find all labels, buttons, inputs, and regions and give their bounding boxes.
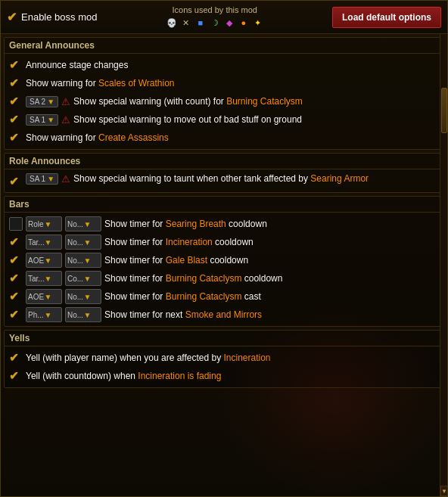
x-icon: ✕ bbox=[180, 17, 192, 29]
burning-cat3-dd1[interactable]: AOE ▼ bbox=[26, 289, 62, 304]
yells-content: ✔ Yell (with player name) when you are a… bbox=[5, 346, 443, 387]
list-item: ✔ Show warning for Scales of Wrathion bbox=[8, 74, 440, 92]
icons-title: Icons used by this mod bbox=[97, 5, 332, 14]
list-item: ✔ Tar... ▼ Co... ▼ Show timer for Burnin… bbox=[8, 269, 440, 287]
sa1-badge-1[interactable]: SA 1 ▼ bbox=[26, 114, 58, 126]
gale-blast-check[interactable]: ✔ bbox=[9, 253, 23, 267]
scrollbar-thumb[interactable] bbox=[441, 88, 447, 133]
dd1-label: Ph... bbox=[28, 311, 44, 319]
dd2-arrow: ▼ bbox=[84, 256, 100, 265]
dd1-label: AOE bbox=[28, 293, 44, 301]
burning-cat3-check[interactable]: ✔ bbox=[9, 290, 23, 303]
burning-cat3-highlight: Burning Cataclysm bbox=[166, 291, 242, 302]
incineration-label: Show timer for Incineration cooldown bbox=[104, 237, 254, 247]
incineration-dd1[interactable]: Tar... ▼ bbox=[26, 235, 62, 250]
incineration-highlight: Incineration bbox=[166, 237, 213, 247]
dd1-label: Tar... bbox=[28, 275, 44, 283]
dd2-arrow: ▼ bbox=[84, 293, 100, 301]
gale-blast-dd1[interactable]: AOE ▼ bbox=[26, 253, 62, 268]
list-item: ✔ Yell (with countdown) when Incineratio… bbox=[8, 367, 440, 385]
sa1-arrow-1: ▼ bbox=[47, 116, 54, 124]
gale-blast-dd2[interactable]: No... ▼ bbox=[65, 253, 101, 268]
scales-label: Show warning for Scales of Wrathion bbox=[26, 78, 175, 89]
sa2-badge[interactable]: SA 2 ▼ bbox=[26, 96, 58, 107]
dd2-label: No... bbox=[67, 256, 83, 265]
role-announces-section: Role Announces ✔ SA 1 ▼ ⚠ Show special w… bbox=[4, 153, 444, 193]
burning-cat2-highlight: Burning Cataclysm bbox=[166, 273, 242, 284]
sa1-label-1: SA 1 bbox=[30, 116, 45, 124]
smoke-mirrors-label: Show timer for next Smoke and Mirrors bbox=[104, 309, 262, 320]
burning-cat2-check[interactable]: ✔ bbox=[9, 272, 23, 285]
incineration-dd2[interactable]: No... ▼ bbox=[65, 235, 101, 250]
burning-cat2-dd1[interactable]: Tar... ▼ bbox=[26, 271, 62, 286]
list-item: ✔ SA 2 ▼ ⚠ Show special warning (with co… bbox=[8, 92, 440, 110]
list-item: ✔ Show warning for Create Assassins bbox=[8, 129, 440, 147]
scales-check[interactable]: ✔ bbox=[9, 76, 23, 90]
dd2-arrow: ▼ bbox=[84, 311, 100, 319]
gale-blast-highlight: Gale Blast bbox=[166, 255, 207, 266]
role-announces-content: ✔ SA 1 ▼ ⚠ Show special warning to taunt… bbox=[5, 169, 443, 192]
searing-breath-highlight: Searing Breath bbox=[166, 219, 226, 229]
moon-icon: ☽ bbox=[209, 17, 221, 29]
searing-breath-label: Show timer for Searing Breath cooldown bbox=[104, 219, 267, 229]
list-item: ✔ Announce stage changes bbox=[8, 56, 440, 74]
yell2-highlight: Incineration is fading bbox=[138, 371, 221, 381]
icon-row: 💀 ✕ ■ ☽ ◆ ● ✦ bbox=[97, 17, 332, 29]
badstuff-label: Show special warning to move out of bad … bbox=[73, 114, 302, 125]
burning-cat-highlight: Burning Cataclysm bbox=[226, 96, 303, 107]
scrollbar[interactable]: ▲ ▼ bbox=[440, 1, 447, 496]
assassins-label: Show warning for Create Assassins bbox=[26, 132, 169, 143]
announce-stage-check[interactable]: ✔ bbox=[9, 58, 23, 72]
yells-header: Yells bbox=[5, 331, 443, 346]
list-item: ✔ Yell (with player name) when you are a… bbox=[8, 349, 440, 367]
role-announces-header: Role Announces bbox=[5, 154, 443, 169]
searing-breath-dd2[interactable]: No... ▼ bbox=[65, 216, 101, 231]
dd1-arrow: ▼ bbox=[45, 293, 61, 301]
dd2-label: No... bbox=[67, 311, 83, 319]
smoke-mirrors-dd1[interactable]: Ph... ▼ bbox=[26, 307, 62, 322]
dd1-arrow: ▼ bbox=[45, 238, 61, 247]
dd1-label: AOE bbox=[28, 256, 44, 265]
sa2-label: SA 2 bbox=[30, 98, 45, 106]
dd2-label: No... bbox=[67, 293, 83, 301]
general-announces-header: General Announces bbox=[5, 38, 443, 54]
dd2-arrow: ▼ bbox=[84, 220, 100, 228]
enable-boss-mod-check[interactable]: ✔ bbox=[7, 10, 17, 24]
dd1-arrow: ▼ bbox=[45, 256, 61, 265]
list-item: ✔ SA 1 ▼ ⚠ Show special warning to move … bbox=[8, 110, 440, 129]
burning-cat-check[interactable]: ✔ bbox=[9, 95, 23, 108]
badstuff-check[interactable]: ✔ bbox=[9, 113, 23, 126]
dd1-label: Role bbox=[28, 220, 44, 228]
list-item: ✔ Ph... ▼ No... ▼ Show timer for next Sm… bbox=[8, 306, 440, 324]
star-icon: ✦ bbox=[252, 17, 264, 29]
taunt-check[interactable]: ✔ bbox=[9, 175, 23, 188]
burning-cat2-dd2[interactable]: Co... ▼ bbox=[65, 271, 101, 286]
searing-breath-check[interactable] bbox=[9, 217, 23, 231]
yell1-highlight: Incineration bbox=[223, 353, 270, 363]
assassins-check[interactable]: ✔ bbox=[9, 131, 23, 144]
circle-icon: ● bbox=[238, 17, 250, 29]
list-item: ✔ Tar... ▼ No... ▼ Show timer for Incine… bbox=[8, 233, 440, 251]
assassins-highlight: Create Assassins bbox=[98, 132, 169, 143]
sa1-role-arrow: ▼ bbox=[47, 175, 54, 183]
scroll-down-button[interactable]: ▼ bbox=[440, 486, 448, 496]
incineration-check[interactable]: ✔ bbox=[9, 235, 23, 249]
load-default-button[interactable]: Load default options bbox=[332, 7, 441, 28]
yell2-label: Yell (with countdown) when Incineration … bbox=[26, 371, 221, 381]
yell1-check[interactable]: ✔ bbox=[9, 351, 23, 365]
burning-cat3-dd2[interactable]: No... ▼ bbox=[65, 289, 101, 304]
gale-blast-label: Show timer for Gale Blast cooldown bbox=[104, 255, 248, 266]
smoke-mirrors-dd2[interactable]: No... ▼ bbox=[65, 307, 101, 322]
burning-cat2-label: Show timer for Burning Cataclysm cooldow… bbox=[104, 273, 282, 284]
warning-icon-1: ⚠ bbox=[61, 96, 70, 107]
dd2-label: Co... bbox=[67, 275, 83, 283]
dd2-label: No... bbox=[67, 220, 83, 228]
smoke-mirrors-check[interactable]: ✔ bbox=[9, 308, 23, 321]
yell2-check[interactable]: ✔ bbox=[9, 369, 23, 383]
skull-icon: 💀 bbox=[166, 17, 178, 29]
searing-breath-dd1[interactable]: Role ▼ bbox=[26, 216, 62, 231]
general-announces-section: General Announces ✔ Announce stage chang… bbox=[4, 37, 444, 150]
scales-highlight: Scales of Wrathion bbox=[98, 78, 175, 89]
sa1-role-badge[interactable]: SA 1 ▼ bbox=[26, 173, 58, 185]
enable-boss-mod-label: Enable boss mod bbox=[21, 11, 97, 23]
